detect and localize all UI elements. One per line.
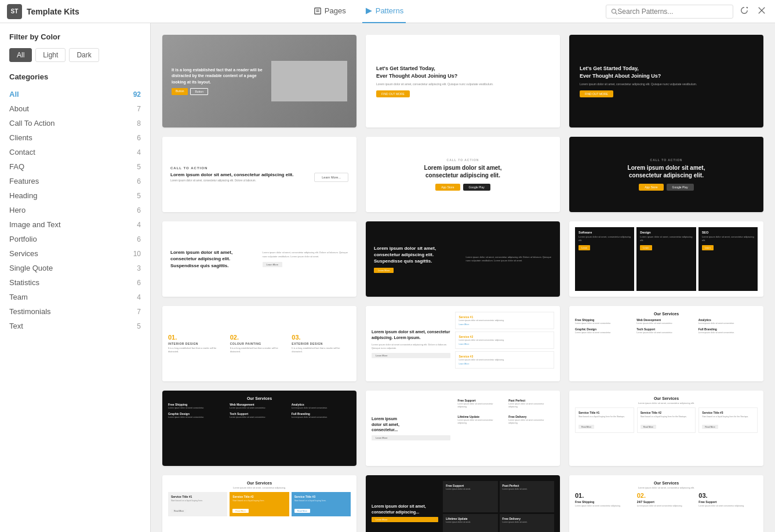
app-logo: ST Template Kits: [7, 4, 111, 19]
filter-title: Filter by Color: [9, 32, 141, 41]
card-hero-gray[interactable]: It is a long established fact that a rea…: [162, 35, 356, 127]
card-cta-learn-more[interactable]: Call To Action Lorem ipsum dolor sit ame…: [162, 137, 356, 212]
cat-text[interactable]: Text5: [9, 319, 141, 333]
color-btn-dark[interactable]: Dark: [69, 48, 99, 62]
nav-patterns[interactable]: Patterns: [362, 0, 406, 23]
card-our-services-dark[interactable]: Our Services Free Shipping Lorem ipsum d…: [162, 391, 356, 466]
color-btn-all[interactable]: All: [9, 48, 32, 62]
refresh-button[interactable]: [738, 4, 751, 19]
svg-rect-0: [315, 8, 321, 14]
cat-about[interactable]: About7: [9, 101, 141, 116]
card-services-features[interactable]: Lorem ipsumdolor sit amet,consectetur...…: [366, 391, 560, 466]
topbar-right: [606, 4, 768, 19]
card-three-service-cards[interactable]: Lorem ipsum dolor sit amet, consectetur …: [366, 306, 560, 381]
import-button[interactable]: Import: [441, 504, 485, 522]
patterns-grid: It is a long established fact that a rea…: [162, 35, 763, 532]
cat-faq[interactable]: FAQ5: [9, 159, 141, 174]
color-filter-group: All Light Dark: [9, 48, 141, 62]
app-title: Template Kits: [27, 7, 79, 16]
card-app-cta-dark[interactable]: CALL TO ACTION Lorem ipsum dolor sit ame…: [569, 137, 763, 212]
card-cta-dark[interactable]: Let's Get Started Today,Ever Thought Abo…: [569, 35, 763, 127]
cat-single-quote[interactable]: Single Quote3: [9, 261, 141, 275]
import-button[interactable]: Import: [441, 72, 485, 90]
import-button[interactable]: Import: [644, 166, 688, 184]
svg-line-4: [616, 13, 617, 14]
nav-pages[interactable]: Pages: [311, 0, 348, 23]
cat-team[interactable]: Team4: [9, 290, 141, 304]
import-button[interactable]: Import: [644, 72, 688, 90]
cat-image-and-text[interactable]: Image and Text4: [9, 217, 141, 232]
cat-portfolio[interactable]: Portfolio6: [9, 232, 141, 246]
cat-all[interactable]: All92: [9, 87, 141, 101]
import-button[interactable]: Import: [237, 420, 281, 438]
import-button[interactable]: Import: [237, 504, 281, 522]
logo-icon: ST: [7, 4, 22, 19]
import-button[interactable]: Import: [644, 504, 688, 522]
cat-clients[interactable]: Clients6: [9, 130, 141, 145]
card-two-col-lorem[interactable]: Lorem ipsum dolor sit amet, consectetur …: [162, 221, 356, 297]
import-button[interactable]: Import: [441, 420, 485, 438]
cat-services[interactable]: Services10: [9, 246, 141, 261]
card-services-numbered-white[interactable]: 01. INTERIOR DESIGN It is a long establi…: [162, 306, 356, 381]
import-button[interactable]: Import: [237, 335, 281, 353]
cat-call-to-action[interactable]: Call To Action8: [9, 116, 141, 130]
import-button[interactable]: Import: [441, 335, 485, 353]
import-button[interactable]: Import: [644, 250, 688, 268]
import-button[interactable]: Import: [644, 420, 688, 438]
topbar-nav: Pages Patterns: [111, 0, 606, 23]
card-feature-boxes[interactable]: Software Lorem ipsum dolor sit amet, con…: [569, 221, 763, 297]
sidebar: Filter by Color All Light Dark Categorie…: [0, 23, 151, 532]
categories-list: All92 About7 Call To Action8 Clients6 Co…: [9, 87, 141, 333]
card-lorem-dark[interactable]: Lorem ipsum dolor sit amet, consectetur …: [366, 221, 560, 297]
search-input[interactable]: [617, 8, 728, 16]
import-button[interactable]: Import: [644, 335, 688, 353]
cat-features[interactable]: Features6: [9, 174, 141, 188]
search-icon: [611, 8, 617, 15]
card-dark-feature-blocks[interactable]: Lorem ipsum dolor sit amet, consectetur …: [366, 475, 560, 532]
search-box[interactable]: [606, 5, 733, 19]
patterns-icon: [365, 7, 373, 15]
card-services-numbered-2[interactable]: Our Services Lorem ipsum dolor sit amet,…: [569, 475, 763, 532]
import-button[interactable]: Import: [237, 72, 281, 90]
main-layout: Filter by Color All Light Dark Categorie…: [0, 23, 775, 532]
import-button[interactable]: Import: [237, 250, 281, 268]
close-button[interactable]: [755, 4, 768, 19]
cat-heading[interactable]: Heading5: [9, 188, 141, 203]
cat-contact[interactable]: Contact4: [9, 145, 141, 159]
import-button[interactable]: Import: [237, 166, 281, 184]
topbar: ST Template Kits Pages Patterns: [0, 0, 775, 23]
categories-title: Categories: [9, 72, 141, 81]
content-area: It is a long established fact that a rea…: [151, 23, 775, 532]
svg-point-3: [612, 9, 616, 13]
card-service-cards-colored[interactable]: Our Services Lorem ipsum dolor sit amet,…: [162, 475, 356, 532]
card-service-cards-white[interactable]: Our Services Lorem ipsum dolor sit amet,…: [569, 391, 763, 466]
card-cta-white[interactable]: Let's Get Started Today,Ever Thought Abo…: [366, 35, 560, 127]
cat-hero[interactable]: Hero6: [9, 203, 141, 217]
card-our-services-white[interactable]: Our Services Free Shipping Lorem ipsum d…: [569, 306, 763, 381]
cat-testimonials[interactable]: Testimonials7: [9, 304, 141, 319]
card-app-cta-white[interactable]: CALL TO ACTION Lorem ipsum dolor sit ame…: [366, 137, 560, 212]
pages-icon: [314, 7, 322, 15]
import-button[interactable]: Import: [441, 166, 485, 184]
cat-statistics[interactable]: Statistics6: [9, 275, 141, 290]
import-button[interactable]: Import: [441, 250, 485, 268]
color-btn-light[interactable]: Light: [35, 48, 66, 62]
